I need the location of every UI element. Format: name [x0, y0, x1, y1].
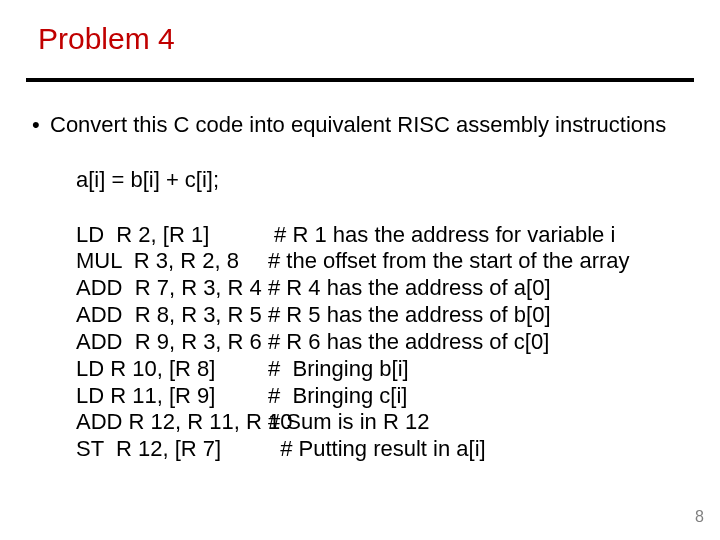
asm-row: ADD R 8, R 3, R 5 # R 5 has the address …	[76, 302, 692, 329]
asm-comment: # Putting result in a[i]	[268, 436, 486, 463]
asm-comment: # Bringing c[i]	[268, 383, 407, 410]
assembly-block: LD R 2, [R 1] # R 1 has the address for …	[76, 222, 692, 463]
asm-row: LD R 10, [R 8] # Bringing b[i]	[76, 356, 692, 383]
asm-row: ST R 12, [R 7] # Putting result in a[i]	[76, 436, 692, 463]
slide-body: • Convert this C code into equivalent RI…	[32, 112, 692, 463]
bullet-item: • Convert this C code into equivalent RI…	[32, 112, 692, 139]
asm-comment: # Sum is in R 12	[268, 409, 429, 436]
asm-row: LD R 11, [R 9] # Bringing c[i]	[76, 383, 692, 410]
asm-comment: # R 1 has the address for variable i	[268, 222, 615, 249]
title-underline	[26, 78, 694, 82]
asm-comment: # R 6 has the address of c[0]	[268, 329, 549, 356]
asm-row: ADD R 12, R 11, R 10 # Sum is in R 12	[76, 409, 692, 436]
bullet-text: Convert this C code into equivalent RISC…	[50, 112, 692, 139]
asm-instruction: ADD R 9, R 3, R 6	[76, 329, 268, 356]
asm-instruction: LD R 11, [R 9]	[76, 383, 268, 410]
slide-title: Problem 4	[38, 22, 175, 56]
asm-instruction: ADD R 8, R 3, R 5	[76, 302, 268, 329]
asm-instruction: ADD R 7, R 3, R 4	[76, 275, 268, 302]
asm-row: MUL R 3, R 2, 8 # the offset from the st…	[76, 248, 692, 275]
slide: Problem 4 • Convert this C code into equ…	[0, 0, 720, 540]
asm-row: ADD R 7, R 3, R 4 # R 4 has the address …	[76, 275, 692, 302]
bullet-dot-icon: •	[32, 112, 50, 139]
asm-row: ADD R 9, R 3, R 6 # R 6 has the address …	[76, 329, 692, 356]
asm-comment: # Bringing b[i]	[268, 356, 409, 383]
page-number: 8	[695, 508, 704, 526]
asm-comment: # R 4 has the address of a[0]	[268, 275, 551, 302]
asm-instruction: ST R 12, [R 7]	[76, 436, 268, 463]
c-code-line: a[i] = b[i] + c[i];	[76, 167, 692, 194]
asm-comment: # R 5 has the address of b[0]	[268, 302, 551, 329]
asm-instruction: MUL R 3, R 2, 8	[76, 248, 268, 275]
asm-comment: # the offset from the start of the array	[268, 248, 630, 275]
asm-row: LD R 2, [R 1] # R 1 has the address for …	[76, 222, 692, 249]
asm-instruction: ADD R 12, R 11, R 10	[76, 409, 268, 436]
asm-instruction: LD R 10, [R 8]	[76, 356, 268, 383]
asm-instruction: LD R 2, [R 1]	[76, 222, 268, 249]
